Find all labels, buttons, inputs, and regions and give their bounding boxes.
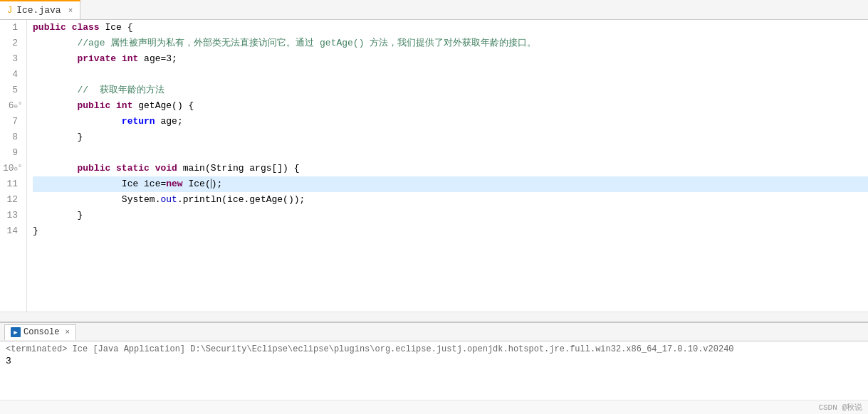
- file-tab[interactable]: J Ice.java ×: [0, 0, 80, 19]
- code-line: }: [33, 208, 868, 223]
- line-number: 12: [3, 192, 21, 208]
- code-line: [33, 67, 868, 83]
- line-number: 1: [3, 20, 21, 36]
- code-token: age;: [155, 116, 183, 127]
- tab-close-button[interactable]: ×: [68, 6, 73, 15]
- code-token: public: [77, 100, 116, 111]
- tab-filename: Ice.java: [16, 5, 61, 16]
- console-tab-bar: ▶ Console ×: [0, 323, 868, 341]
- line-number: 7: [3, 114, 21, 129]
- code-line: //age 属性被声明为私有，外部类无法直接访问它。通过 getAge() 方法…: [33, 36, 868, 51]
- console-tab[interactable]: ▶ Console ×: [4, 324, 76, 340]
- line-number: 5: [3, 83, 21, 98]
- line-number: 11: [3, 176, 21, 192]
- code-line: Ice ice=new Ice();: [33, 176, 868, 192]
- code-token: {: [122, 22, 133, 33]
- line-number: 9: [3, 145, 21, 161]
- line-number: 3: [3, 51, 21, 67]
- code-token: void: [155, 163, 177, 174]
- code-token: getAge() {: [132, 100, 194, 111]
- horizontal-scrollbar[interactable]: [0, 312, 868, 322]
- line-number: 14: [3, 223, 21, 239]
- code-token: // 获取年龄的方法: [77, 85, 164, 95]
- console-footer: CSDN @秋说: [0, 400, 868, 414]
- code-token: Ice: [105, 22, 121, 33]
- code-token: [33, 100, 77, 111]
- console-terminated-text: <terminated> Ice [Java Application] D:\S…: [6, 344, 862, 354]
- code-token: getAge(): [320, 38, 364, 48]
- editor-area: 123456⊖78910⊖11121314 public class Ice {…: [0, 20, 868, 322]
- code-token: }: [33, 225, 38, 236]
- code-line: public static void main(String args[]) {: [33, 161, 868, 176]
- code-token: main(String args[]) {: [177, 163, 300, 174]
- code-token: Ice(: [183, 179, 211, 189]
- line-number: 6⊖: [3, 98, 21, 114]
- java-file-icon: J: [7, 6, 12, 16]
- code-line: }: [33, 223, 868, 239]
- code-token: //age 属性被声明为私有，外部类无法直接访问它。通过: [77, 38, 320, 48]
- code-line: public class Ice {: [33, 20, 868, 36]
- footer-brand: CSDN @秋说: [818, 402, 862, 413]
- code-token: public: [77, 163, 116, 174]
- code-token: public class: [33, 22, 105, 33]
- code-token: out: [160, 194, 177, 205]
- code-token: new: [166, 179, 182, 189]
- code-token: [33, 53, 77, 64]
- code-token: }: [33, 210, 83, 221]
- code-line: public int getAge() {: [33, 98, 868, 114]
- code-token: static: [116, 163, 155, 174]
- code-line: return age;: [33, 114, 868, 129]
- code-token: [33, 38, 77, 48]
- line-number: 13: [3, 208, 21, 223]
- code-token: .println(ice.getAge());: [177, 194, 305, 205]
- code-line: // 获取年龄的方法: [33, 83, 868, 98]
- code-token: age=3;: [138, 53, 177, 64]
- code-line: private int age=3;: [33, 51, 868, 67]
- code-token: }: [33, 132, 83, 142]
- code-token: int: [116, 100, 132, 111]
- console-icon: ▶: [11, 327, 21, 337]
- code-container: 123456⊖78910⊖11121314 public class Ice {…: [0, 20, 868, 312]
- line-numbers: 123456⊖78910⊖11121314: [0, 20, 27, 312]
- editor-tab-bar: J Ice.java ×: [0, 0, 868, 20]
- console-close-button[interactable]: ×: [65, 328, 70, 336]
- line-number: 8: [3, 129, 21, 145]
- console-content: <terminated> Ice [Java Application] D:\S…: [0, 341, 868, 400]
- line-number: 2: [3, 36, 21, 51]
- code-line: }: [33, 129, 868, 145]
- code-token: int: [122, 53, 138, 64]
- code-token: Ice ice=: [33, 179, 166, 189]
- code-token: [33, 85, 77, 95]
- console-output: 3: [6, 356, 862, 366]
- code-token: [33, 163, 77, 174]
- console-area: ▶ Console × <terminated> Ice [Java Appli…: [0, 322, 868, 414]
- code-token: return: [122, 116, 155, 127]
- code-line: System.out.println(ice.getAge());: [33, 192, 868, 208]
- code-token: [33, 116, 122, 127]
- code-content[interactable]: public class Ice { //age 属性被声明为私有，外部类无法直…: [27, 20, 868, 312]
- code-line: [33, 145, 868, 161]
- line-number: 10⊖: [3, 161, 21, 176]
- code-token: );: [211, 179, 223, 189]
- code-token: System.: [33, 194, 160, 205]
- code-token: 方法，我们提供了对外获取年龄的接口。: [364, 38, 536, 48]
- console-tab-label: Console: [23, 327, 59, 337]
- line-number: 4: [3, 67, 21, 83]
- code-token: private: [77, 53, 121, 64]
